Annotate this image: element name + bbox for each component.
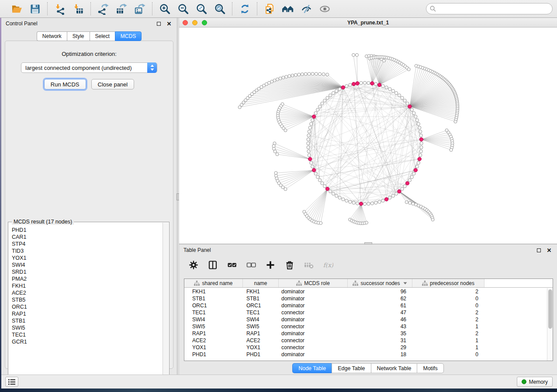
mcds-result-item[interactable]: STB1 — [12, 317, 162, 324]
column-header-successor-nodes[interactable]: successor nodes — [348, 279, 412, 287]
close-table-panel-icon[interactable]: ✕ — [546, 247, 553, 254]
save-session-icon[interactable] — [29, 3, 41, 15]
task-history-button[interactable] — [5, 377, 18, 387]
mcds-result-list[interactable]: PHD1CAR1STP4TID3YOX1SWI4SRD1PMA2FKH1ACE2… — [9, 227, 162, 383]
table-row[interactable]: YOX1YOX1connector291 — [184, 344, 547, 351]
mcds-result-item[interactable]: TID3 — [12, 248, 162, 254]
tab-mcds[interactable]: MCDS — [115, 31, 142, 41]
add-column-icon[interactable] — [265, 259, 276, 271]
float-panel-icon[interactable] — [155, 20, 162, 27]
table-cell: connector — [279, 323, 348, 330]
open-file-icon[interactable] — [10, 3, 23, 15]
zoom-selected-icon[interactable] — [214, 3, 226, 15]
mcds-result-item[interactable]: TEC1 — [12, 331, 162, 338]
mcds-result-item[interactable]: PHD1 — [12, 227, 162, 234]
mcds-result-box: MCDS result (17 nodes) PHD1CAR1STP4TID3Y… — [8, 222, 170, 384]
table-row[interactable]: ACE2ACE2connector311 — [184, 337, 547, 344]
zoom-fit-icon[interactable] — [195, 3, 208, 15]
table-scrollbar-thumb[interactable] — [548, 289, 552, 329]
show-graphics-details-icon[interactable] — [318, 3, 331, 15]
tab-edge-table[interactable]: Edge Table — [332, 363, 370, 373]
node-table: shared namenameMCDS rolesuccessor nodesp… — [184, 279, 553, 361]
clone-network-icon[interactable] — [263, 3, 276, 15]
mcds-result-item[interactable]: YOX1 — [12, 254, 162, 261]
import-table-icon[interactable] — [72, 3, 84, 15]
table-scrollbar[interactable] — [547, 288, 553, 361]
export-image-icon[interactable] — [134, 3, 146, 15]
mcds-list-scrollbar[interactable] — [163, 223, 169, 383]
control-panel-header: Control Panel ✕ — [1, 18, 177, 29]
control-panel: Control Panel ✕ NetworkStyleSelectMCDS O… — [1, 18, 177, 375]
deselect-all-icon[interactable] — [246, 259, 257, 271]
tab-network[interactable]: Network — [37, 31, 67, 41]
table-row[interactable]: FKH1FKH1dominator962 — [184, 288, 547, 295]
table-cell — [484, 302, 547, 309]
gear-icon[interactable] — [188, 259, 199, 271]
table-row[interactable]: SWI4SWI4dominator462 — [184, 316, 547, 323]
mcds-result-item[interactable]: ORC1 — [12, 303, 162, 310]
table-cell: 1 — [412, 323, 484, 330]
network-overview-icon[interactable] — [282, 3, 294, 15]
float-table-panel-icon[interactable] — [535, 247, 542, 254]
column-header-name[interactable]: name — [243, 279, 279, 287]
network-canvas[interactable] — [179, 28, 557, 244]
tab-motifs[interactable]: Motifs — [417, 363, 443, 373]
delete-table-icon — [303, 259, 315, 271]
table-cell — [484, 288, 547, 295]
mcds-result-item[interactable]: STP4 — [12, 241, 162, 248]
horizontal-splitter-grip[interactable] — [364, 242, 372, 244]
column-header-MCDS-role[interactable]: MCDS role — [279, 279, 348, 287]
table-cell: SWI4 — [184, 316, 243, 323]
tab-node-table[interactable]: Node Table — [292, 363, 332, 373]
memory-button[interactable]: Memory — [517, 377, 553, 387]
delete-column-icon[interactable] — [284, 259, 295, 271]
import-network-icon[interactable] — [54, 3, 66, 15]
table-row[interactable]: STB1STB1dominator620 — [184, 295, 547, 302]
mcds-result-item[interactable]: STB5 — [12, 296, 162, 303]
table-cell: TEC1 — [184, 309, 243, 316]
tab-style[interactable]: Style — [67, 31, 90, 41]
table-row[interactable]: RAP1RAP1dominator352 — [184, 330, 547, 337]
mcds-result-item[interactable]: SWI4 — [12, 261, 162, 268]
close-panel-icon[interactable]: ✕ — [166, 20, 173, 27]
mcds-result-item[interactable]: FKH1 — [12, 282, 162, 289]
zoom-in-icon[interactable] — [159, 3, 171, 15]
column-header-predecessor-nodes[interactable]: predecessor nodes — [412, 279, 484, 287]
table-cell: SWI4 — [243, 316, 279, 323]
hide-graphics-details-icon[interactable] — [300, 3, 312, 15]
table-cell: TEC1 — [243, 309, 279, 316]
close-panel-button[interactable]: Close panel — [91, 79, 135, 89]
cytoscape-app: Control Panel ✕ NetworkStyleSelectMCDS O… — [0, 0, 557, 392]
select-all-icon[interactable] — [226, 259, 238, 271]
run-mcds-button[interactable]: Run MCDS — [44, 79, 86, 89]
tab-network-table[interactable]: Network Table — [371, 363, 417, 373]
table-row[interactable]: ORC1ORC1dominator610 — [184, 302, 547, 309]
mcds-result-item[interactable]: SWI5 — [12, 324, 162, 331]
mcds-result-item[interactable]: SRD1 — [12, 268, 162, 275]
mcds-result-item[interactable]: CAR1 — [12, 234, 162, 241]
refresh-icon[interactable] — [239, 3, 251, 15]
mcds-result-item[interactable]: GCR1 — [12, 338, 162, 345]
network-window-titlebar[interactable]: YPA_prune.txt_1 — [179, 18, 557, 28]
table-row[interactable]: PHD1PHD1dominator180 — [184, 351, 547, 358]
table-panel: Table Panel ✕ f(x) shared namenameMCDS r… — [179, 244, 557, 375]
mcds-result-item[interactable]: RAP1 — [12, 310, 162, 317]
tab-select[interactable]: Select — [90, 31, 115, 41]
table-cell: 47 — [348, 309, 412, 316]
export-table-icon[interactable] — [115, 3, 128, 15]
table-body: FKH1FKH1dominator962STB1STB1dominator620… — [184, 288, 547, 361]
search-input[interactable] — [426, 3, 553, 14]
columns-icon[interactable] — [207, 259, 218, 271]
mcds-result-item[interactable]: PMA2 — [12, 275, 162, 282]
table-cell: RAP1 — [243, 330, 279, 337]
table-row[interactable]: SWI5SWI5connector431 — [184, 323, 547, 330]
table-cell: 31 — [348, 337, 412, 344]
table-cell: 1 — [412, 337, 484, 344]
table-row[interactable]: TEC1TEC1connector472 — [184, 309, 547, 316]
zoom-out-icon[interactable] — [177, 3, 189, 15]
optimization-criterion-select[interactable]: largest connected component (undirected) — [21, 62, 157, 73]
column-header-shared-name[interactable]: shared name — [184, 279, 243, 287]
mcds-result-item[interactable]: ACE2 — [12, 289, 162, 296]
export-network-icon[interactable] — [97, 3, 109, 15]
desktop-bottom-strip — [0, 389, 557, 392]
